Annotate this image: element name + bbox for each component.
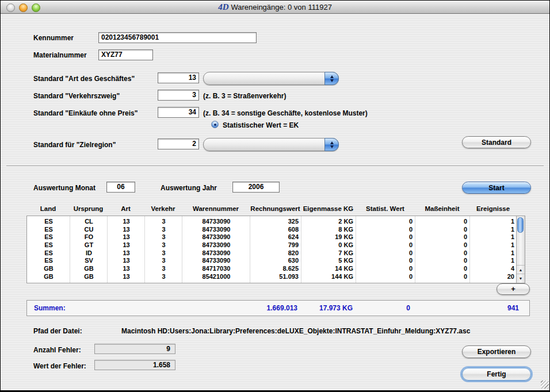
pfad-label: Pfad der Datei: xyxy=(33,327,82,335)
table-cell: 13 xyxy=(108,257,145,265)
table-row[interactable]: GBGB1338542100051.093144 KG0020 xyxy=(27,273,517,281)
scroll-down-icon[interactable]: ▼ xyxy=(517,274,525,283)
header-cell[interactable]: Rechnungswert xyxy=(250,205,301,214)
table-cell: CU xyxy=(70,226,108,234)
table-cell: 0 xyxy=(356,273,415,281)
table-cell: 3 xyxy=(145,257,182,265)
standard-button[interactable]: Standard xyxy=(462,136,531,148)
table-cell: 1 xyxy=(470,218,517,226)
table-cell: 1 xyxy=(470,257,517,265)
zielregion-input[interactable]: 2 xyxy=(158,139,199,149)
summen-rechnungswert: 1.669.013 xyxy=(267,301,297,316)
statistischer-wert-radio[interactable] xyxy=(211,121,219,128)
results-table: ESCL133847330903252 KG001ESCU13384733090… xyxy=(26,216,525,283)
header-cell[interactable]: Statist. Wert xyxy=(356,205,415,214)
table-cell: 3 xyxy=(145,265,182,273)
einkaeufe-hint: (z. B. 34 = sonstige Geschäfte, kostenlo… xyxy=(203,109,368,117)
table-row[interactable]: ESSV133847330906305 KG001 xyxy=(27,257,517,265)
table-cell: 0 xyxy=(356,226,415,234)
header-cell[interactable]: Art xyxy=(107,205,144,214)
summen-ereignisse: 941 xyxy=(507,301,519,316)
table-cell: 1 xyxy=(470,241,517,249)
kennummer-input[interactable]: 020123456789001 xyxy=(98,32,257,43)
statistischer-wert-label: Statistischer Wert = EK xyxy=(223,121,299,129)
fertig-button[interactable]: Fertig xyxy=(462,368,531,381)
title-bar[interactable]: 4D Wareneingänge: 0 von 111927 xyxy=(1,1,549,14)
kennummer-label: Kennummer xyxy=(33,34,74,42)
table-cell: 0 xyxy=(415,218,470,226)
zielregion-label: Standard für "Zielregion" xyxy=(33,141,116,149)
wert-fehler-label: Wert der Fehler: xyxy=(33,362,86,370)
wert-fehler-field: 1.658 xyxy=(94,360,175,370)
auswertung-monat-label: Auswertung Monat xyxy=(33,184,96,192)
header-cell[interactable]: Eigenmasse KG xyxy=(301,205,356,214)
auswertung-jahr-label: Auswertung Jahr xyxy=(161,184,217,192)
scroll-up-icon[interactable]: ▲ xyxy=(517,265,525,274)
scrollbar-thumb[interactable] xyxy=(517,217,524,233)
table-cell: SV xyxy=(70,257,108,265)
header-cell[interactable]: Ursprung xyxy=(70,205,107,214)
summen-eigenmasse: 17.973 KG xyxy=(319,301,353,316)
pfad-value: Macintosh HD:Users:Jona:Library:Preferen… xyxy=(121,327,470,335)
materialnummer-label: Materialnummer xyxy=(33,51,87,59)
table-cell: 0 xyxy=(356,265,415,273)
table-cell: 820 xyxy=(250,249,301,258)
table-cell: 14 KG xyxy=(301,265,356,273)
summen-row: Summen: 1.669.013 17.973 KG 0 941 xyxy=(26,300,530,316)
table-cell: ES xyxy=(27,218,70,226)
table-cell: ES xyxy=(27,226,70,234)
vertical-scrollbar[interactable]: ▲ ▼ xyxy=(516,216,525,283)
table-cell: 13 xyxy=(108,218,145,226)
header-cell[interactable]: Ereignisse xyxy=(469,205,517,214)
table-cell: 325 xyxy=(250,218,301,226)
table-row[interactable]: GBGB133847170308.62514 KG004 xyxy=(27,265,517,273)
header-cell[interactable]: Verkehr xyxy=(144,205,182,214)
table-row[interactable]: ESCL133847330903252 KG001 xyxy=(27,218,517,226)
app-window: 4D Wareneingänge: 0 von 111927 Kennummer… xyxy=(0,0,550,392)
popup-arrows-icon xyxy=(324,138,339,151)
verkehrszweig-input[interactable]: 3 xyxy=(158,90,199,101)
table-cell: 5 KG xyxy=(301,257,356,265)
art-geschaeft-popup[interactable] xyxy=(203,72,339,85)
einkaeufe-label: Standard "Einkäufe ohne Preis" xyxy=(33,109,138,117)
table-cell: 19 KG xyxy=(301,233,356,241)
auswertung-jahr-input[interactable]: 2006 xyxy=(232,182,280,193)
table-cell: 3 xyxy=(145,233,182,241)
table-cell: 13 xyxy=(108,265,145,273)
table-cell: 0 xyxy=(415,249,470,258)
table-row[interactable]: ESGT133847330907990 KG001 xyxy=(27,241,517,249)
table-cell: 2 KG xyxy=(301,218,356,226)
table-cell: 13 xyxy=(108,249,145,258)
table-cell: 13 xyxy=(108,233,145,241)
table-cell: 0 xyxy=(356,218,415,226)
table-cell: 624 xyxy=(250,233,301,241)
table-cell: ES xyxy=(27,257,70,265)
start-button[interactable]: Start xyxy=(462,182,531,194)
table-row[interactable]: ESID133847330908207 KG001 xyxy=(27,249,517,258)
exportieren-button[interactable]: Exportieren xyxy=(462,345,531,358)
table-row[interactable]: ESFO1338473309062419 KG001 xyxy=(27,233,517,241)
add-row-button[interactable]: + xyxy=(496,283,530,295)
table-cell: ID xyxy=(70,249,108,258)
table-cell: CL xyxy=(70,218,108,226)
table-cell: 3 xyxy=(145,273,182,281)
table-cell: ES xyxy=(27,241,70,249)
header-cell[interactable]: Warennummer xyxy=(182,205,250,214)
resize-grip-icon[interactable] xyxy=(541,381,549,389)
materialnummer-input[interactable]: XYZ77 xyxy=(98,49,153,60)
header-cell[interactable]: Maßeinheit xyxy=(415,205,469,214)
table-cell: 0 xyxy=(356,241,415,249)
table-cell: 8 KG xyxy=(301,226,356,234)
table-cell: 3 xyxy=(145,226,182,234)
auswertung-monat-input[interactable]: 06 xyxy=(106,182,135,193)
table-cell: 84733090 xyxy=(182,218,250,226)
zielregion-popup[interactable] xyxy=(203,138,339,151)
header-cell[interactable]: Land xyxy=(26,205,70,214)
art-geschaeft-input[interactable]: 13 xyxy=(158,72,199,83)
verkehrszweig-label: Standard "Verkehrszweig" xyxy=(33,92,120,100)
einkaeufe-input[interactable]: 34 xyxy=(158,107,199,118)
section-divider xyxy=(6,166,544,166)
table-cell: 3 xyxy=(145,249,182,258)
table-cell: 4 xyxy=(470,265,517,273)
table-row[interactable]: ESCU133847330906088 KG001 xyxy=(27,226,517,234)
